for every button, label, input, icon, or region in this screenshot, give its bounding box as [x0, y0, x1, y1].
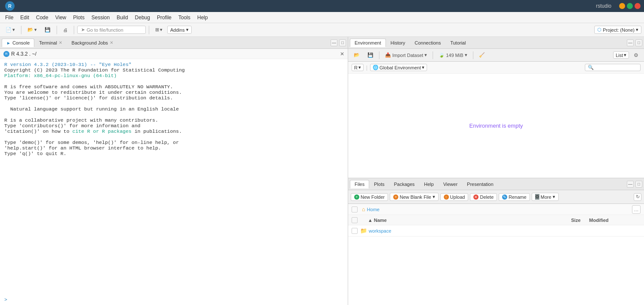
tab-presentation[interactable]: Presentation: [462, 180, 498, 188]
new-file-button[interactable]: 📄 ▾: [3, 26, 18, 34]
menu-build[interactable]: Build: [113, 14, 132, 21]
open-file-button[interactable]: 📂 ▾: [24, 26, 40, 34]
minimize-window[interactable]: [619, 3, 625, 9]
breadcrumb-checkbox[interactable]: [352, 206, 358, 212]
clear-console-button[interactable]: 🧹: [476, 51, 488, 59]
size-col-label: Size: [571, 218, 581, 223]
row-checkbox[interactable]: [352, 228, 358, 234]
load-workspace-button[interactable]: 📂: [351, 51, 363, 59]
tab-history[interactable]: History: [386, 39, 410, 47]
project-label: Project: (None): [603, 27, 635, 33]
save-workspace-button[interactable]: 💾: [364, 51, 376, 59]
tab-console-label: Console: [12, 40, 30, 45]
console-output: R version 4.3.2 (2023-10-31) -- "Eye Hol…: [0, 59, 348, 297]
console-line-5: R is free software and comes with ABSOLU…: [4, 84, 343, 90]
open-icon: 📂: [27, 27, 33, 33]
save-icon: 💾: [45, 27, 51, 33]
close-terminal-icon[interactable]: ✕: [59, 40, 62, 45]
grid-icon: ⊞: [155, 27, 159, 33]
save-button[interactable]: 💾: [42, 26, 54, 34]
menu-plots[interactable]: Plots: [70, 14, 88, 21]
window-controls[interactable]: [619, 3, 641, 9]
tab-console[interactable]: ► Console: [2, 39, 34, 47]
menu-session[interactable]: Session: [88, 14, 113, 21]
menu-debug[interactable]: Debug: [132, 14, 153, 21]
env-search[interactable]: 🔍: [585, 64, 641, 71]
tab-tutorial[interactable]: Tutorial: [445, 39, 470, 47]
menu-edit[interactable]: Edit: [17, 14, 33, 21]
tab-help[interactable]: Help: [419, 180, 439, 188]
left-pane-minimize[interactable]: —: [331, 39, 337, 46]
maximize-window[interactable]: [627, 3, 633, 9]
new-folder-button[interactable]: + New Folder: [351, 193, 388, 201]
name-sort-icon: ▲: [368, 218, 373, 223]
grid-dropdown[interactable]: ▾: [160, 27, 163, 33]
rename-button[interactable]: ✎ Rename: [499, 193, 530, 201]
file-name[interactable]: workspace: [369, 228, 391, 233]
more-button[interactable]: ⚙ More ▾: [532, 193, 559, 201]
new-blank-file-button[interactable]: + New Blank File ▾: [390, 193, 438, 201]
list-view-button[interactable]: List ▾: [613, 51, 629, 59]
name-col-header[interactable]: ▲ Name: [368, 218, 555, 223]
left-pane: ► Console Terminal ✕ Background Jobs ✕ —…: [0, 37, 348, 305]
import-dataset-button[interactable]: 📥 Import Dataset ▾: [382, 51, 430, 59]
tab-background-jobs[interactable]: Background Jobs ✕: [67, 39, 118, 47]
close-bg-jobs-icon[interactable]: ✕: [110, 40, 113, 45]
clear-console-icon[interactable]: ✕: [340, 51, 344, 57]
project-selector[interactable]: ⬡ Project: (None) ▾: [594, 26, 641, 34]
console-line-16: 'help.start()' for an HTML browser inter…: [4, 145, 343, 151]
r-language-dropdown[interactable]: R ▾: [352, 64, 364, 71]
select-all-checkbox[interactable]: [352, 217, 358, 223]
tab-environment-label: Environment: [355, 40, 381, 45]
upload-label: Upload: [450, 194, 465, 200]
files-refresh-button[interactable]: ↻: [634, 193, 641, 201]
delete-button[interactable]: ✕ Delete: [470, 193, 497, 201]
size-col-header[interactable]: Size: [555, 218, 589, 223]
addins-button[interactable]: Addins ▾: [167, 26, 192, 34]
menu-view[interactable]: View: [52, 14, 70, 21]
app-icon: R: [5, 1, 15, 11]
r-dropdown-chevron: ▾: [358, 65, 361, 70]
print-button[interactable]: 🖨: [60, 26, 71, 34]
upper-right-minimize[interactable]: —: [627, 39, 634, 46]
lower-right-minimize[interactable]: —: [627, 181, 634, 188]
menu-file[interactable]: File: [2, 14, 17, 21]
lower-right-maximize[interactable]: □: [635, 181, 642, 188]
grid-button[interactable]: ⊞ ▾: [152, 26, 166, 34]
close-window[interactable]: [635, 3, 641, 9]
tab-viewer[interactable]: Viewer: [439, 180, 462, 188]
env-toolbar: 📂 💾 📥 Import Dataset ▾ 🍃 149 MiB ▾: [348, 49, 644, 62]
env-settings-button[interactable]: ⚙: [631, 51, 641, 60]
home-link[interactable]: Home: [367, 207, 379, 212]
upper-right-maximize[interactable]: □: [635, 39, 642, 46]
global-env-dropdown[interactable]: 🌐 Global Environment ▾: [370, 64, 427, 71]
memory-dropdown[interactable]: ▾: [465, 52, 467, 58]
tab-files[interactable]: Files: [350, 180, 369, 188]
breadcrumb-more-button[interactable]: …: [632, 205, 641, 214]
console-line-13: 'citation()' on how to cite R or R packa…: [4, 129, 343, 134]
console-line-9: Natural language support but running in …: [4, 106, 343, 112]
go-to-file-input[interactable]: ➤ Go to file/function: [77, 26, 146, 34]
lower-right-actions: — □: [627, 181, 642, 188]
tab-plots[interactable]: Plots: [369, 180, 389, 188]
menu-tools[interactable]: Tools: [175, 14, 194, 21]
upper-right-actions: — □: [627, 39, 642, 46]
tab-packages[interactable]: Packages: [389, 180, 419, 188]
more-label: More: [541, 194, 551, 200]
refresh-icon: ↻: [636, 194, 640, 200]
menu-profile[interactable]: Profile: [153, 14, 175, 21]
tab-connections[interactable]: Connections: [410, 39, 445, 47]
table-row[interactable]: 📁 workspace: [348, 225, 644, 236]
console-prompt[interactable]: >: [0, 297, 348, 305]
tab-plots-label: Plots: [374, 182, 384, 187]
new-file-dropdown[interactable]: ▾: [12, 27, 15, 33]
left-pane-maximize[interactable]: □: [339, 39, 346, 46]
upload-button[interactable]: ↑ Upload: [440, 193, 469, 201]
menu-code[interactable]: Code: [33, 14, 52, 21]
modified-col-header[interactable]: Modified: [589, 218, 641, 223]
menu-help[interactable]: Help: [194, 14, 211, 21]
tab-environment[interactable]: Environment: [350, 39, 386, 47]
open-dropdown[interactable]: ▾: [34, 27, 37, 33]
tab-terminal[interactable]: Terminal ✕: [34, 39, 67, 47]
broom-icon: 🧹: [479, 52, 485, 58]
